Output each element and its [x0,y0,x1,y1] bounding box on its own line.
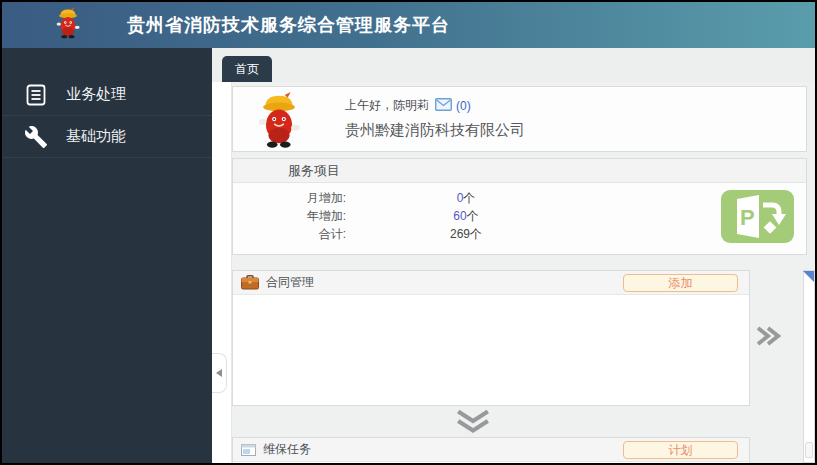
panel-title: 服务项目 [233,159,806,183]
mail-count: (0) [456,99,471,113]
plan-button[interactable]: 计划 [623,441,738,459]
tab-strip: 首页 [212,48,815,82]
blue-corner-triangle-icon [803,271,814,282]
service-projects-panel: 服务项目 月增加: 0个 年增加: 60个 合计: 269个 [232,158,807,255]
next-panel-footer-sliver [805,442,813,458]
double-chevron-down-icon[interactable] [455,408,491,438]
svg-text:P: P [740,205,755,230]
company-name: 贵州黔建消防科技有限公司 [345,121,525,140]
tab-home[interactable]: 首页 [222,56,272,82]
sidebar-item-basic[interactable]: 基础功能 [2,116,212,158]
sidebar-collapse-handle[interactable] [212,353,227,393]
stat-value: 60 [453,209,466,223]
window-icon [241,444,256,456]
sidebar-item-label: 基础功能 [66,127,126,146]
sidebar-item-label: 业务处理 [66,85,126,104]
app-window: 贵州省消防技术服务综合管理服务平台 业务处理 [0,0,817,465]
add-button[interactable]: 添加 [623,274,738,292]
app-header: 贵州省消防技术服务综合管理服务平台 [2,2,815,48]
panel-title: 合同管理 [266,274,314,291]
page-title: 贵州省消防技术服务综合管理服务平台 [127,13,450,37]
double-chevron-right-icon[interactable] [753,325,783,351]
left-gutter [212,82,232,463]
next-panel-sliver [803,270,815,463]
project-app-icon[interactable]: P [721,190,794,247]
firefighter-mascot-icon [55,7,81,43]
envelope-icon [435,98,452,114]
left-triangle-icon [216,369,222,377]
sidebar-item-business[interactable]: 业务处理 [2,74,212,116]
mail-link[interactable]: (0) [435,98,471,114]
maintenance-panel: 维保任务 计划 [232,437,750,463]
greeting-panel: 上午好，陈明莉 (0) 贵州黔建消防科技有限公司 [232,86,807,152]
contract-panel: 合同管理 添加 [232,270,750,406]
greeting-text: 上午好，陈明莉 [345,97,429,114]
wrench-icon [22,124,50,150]
firefighter-mascot-icon [255,92,303,152]
briefcase-icon [241,275,259,290]
stat-value: 269 [450,227,470,241]
panel-title: 维保任务 [263,441,311,458]
sidebar: 业务处理 基础功能 [2,48,212,463]
content-area: 首页 上午好，陈明莉 [212,48,815,463]
document-icon [22,82,50,108]
